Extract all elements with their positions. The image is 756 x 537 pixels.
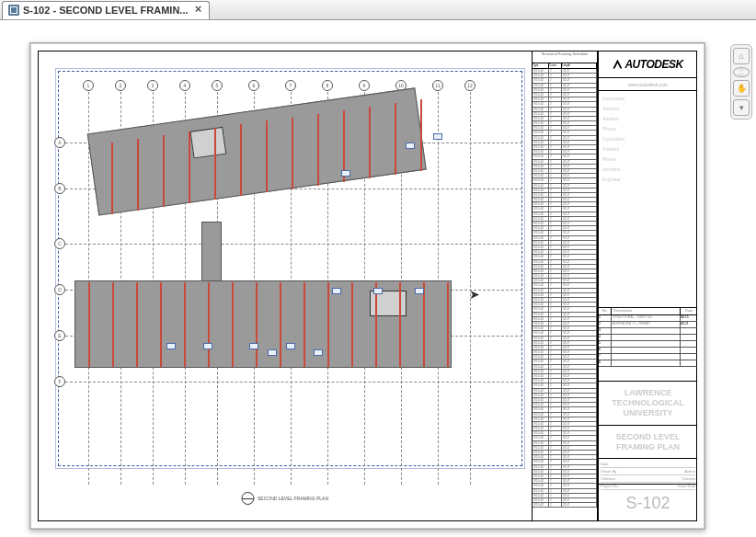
joist[interactable] <box>327 282 329 367</box>
sheet-title-block: SECOND LEVEL FRAMING PLAN <box>599 426 697 459</box>
beam-tag[interactable] <box>268 349 277 356</box>
consultant-line: Architect <box>602 166 693 173</box>
joist[interactable] <box>112 282 114 367</box>
logo: AUTODESK <box>599 51 697 78</box>
joist[interactable] <box>160 282 162 367</box>
beam-tag[interactable] <box>415 288 424 294</box>
joist[interactable] <box>280 282 281 367</box>
beam-tag[interactable] <box>314 349 323 356</box>
revision-row: 4 <box>599 335 697 341</box>
home-button[interactable]: ⌂ <box>733 48 750 64</box>
joist[interactable] <box>256 282 258 367</box>
schedule-row[interactable]: W12x26230'-0" <box>533 503 597 508</box>
viewport[interactable]: 123456789101112ABCDEF SECOND LEVEL FRAMI… <box>38 51 532 521</box>
view-title-text: SECOND LEVEL FRAMING PLAN <box>258 496 328 501</box>
cursor-icon: ➤ <box>469 287 480 302</box>
joist[interactable] <box>208 282 210 367</box>
consultant-line: Consultant <box>602 135 693 143</box>
joist[interactable] <box>137 139 139 211</box>
sheet: AUTODESK www.autodesk.com ConsultantAddr… <box>29 42 705 530</box>
joist[interactable] <box>369 107 371 178</box>
joist[interactable] <box>111 143 113 214</box>
joist[interactable] <box>317 114 319 186</box>
owner-line: TECHNOLOGICAL <box>612 398 684 408</box>
joist[interactable] <box>420 99 422 171</box>
revision-row: 6 <box>599 348 697 354</box>
meta-row: CheckedChecker <box>601 475 695 483</box>
joist[interactable] <box>214 128 216 200</box>
more-button[interactable]: ▾ <box>733 99 750 116</box>
rev-col-date: Date <box>681 308 697 314</box>
consultant-line: Address <box>602 105 693 112</box>
revision-row: 2ADDENDUM #1 - PERMIT06.21 <box>599 322 697 328</box>
revision-schedule: No.DescriptionDate 1STRUCTURAL - 100% CD… <box>599 308 697 382</box>
pan-button[interactable]: ✋ <box>733 80 750 97</box>
view-title[interactable]: SECOND LEVEL FRAMING PLAN <box>241 492 328 505</box>
joists <box>38 51 532 521</box>
revision-row: 5 <box>599 341 697 348</box>
joist[interactable] <box>399 282 401 367</box>
revision-row: 1STRUCTURAL - 100% CDs06.15 <box>599 315 697 322</box>
steering-wheel-button[interactable] <box>733 67 750 77</box>
drawing-canvas[interactable]: AUTODESK www.autodesk.com ConsultantAddr… <box>0 20 756 537</box>
sheet-number: S-102 <box>599 485 697 521</box>
joist[interactable] <box>423 282 425 367</box>
joist[interactable] <box>292 118 293 189</box>
joist[interactable] <box>304 282 305 367</box>
tab-bar: S-102 - SECOND LEVEL FRAMIN... × <box>0 0 756 20</box>
beam-tag[interactable] <box>341 170 350 177</box>
joist[interactable] <box>395 103 396 175</box>
owner-line: UNIVERSITY <box>623 408 672 418</box>
owner-line: LAWRENCE <box>624 388 672 398</box>
beam-tag[interactable] <box>166 343 176 349</box>
meta-row: Drawn ByAuthor <box>601 468 695 475</box>
consultant-line: Address <box>602 145 693 153</box>
consultant-line: Address <box>602 115 693 122</box>
beam-tag[interactable] <box>406 143 415 149</box>
beam-tag[interactable] <box>373 288 383 294</box>
joist[interactable] <box>189 131 190 203</box>
beam-tag[interactable] <box>332 288 341 294</box>
consultant-line: Phone <box>602 155 693 163</box>
revision-row: 8 <box>599 360 697 367</box>
sheet-meta: DateDrawn ByAuthorCheckedCheckerProject … <box>599 459 697 485</box>
rev-col-desc: Description <box>612 308 681 314</box>
meta-row: Date <box>601 461 695 468</box>
consultant-line: Phone <box>602 125 693 132</box>
revision-row: 7 <box>599 354 697 360</box>
framing-schedule[interactable]: Structural Framing Schedule TypeCountLen… <box>532 51 598 521</box>
consultant-line: Engineer <box>602 176 693 183</box>
sheet-title-line: SECOND LEVEL <box>615 432 680 442</box>
joist[interactable] <box>240 124 242 196</box>
navigation-bar: ⌂ ✋ ▾ <box>730 44 752 120</box>
schedule-title: Structural Framing Schedule <box>533 51 597 63</box>
consultant-block: ConsultantAddressAddressPhoneConsultantA… <box>599 91 697 308</box>
joist[interactable] <box>163 135 165 207</box>
tab-title: S-102 - SECOND LEVEL FRAMIN... <box>23 5 189 16</box>
beam-tag[interactable] <box>286 343 295 349</box>
beam-tag[interactable] <box>249 343 258 349</box>
joist[interactable] <box>232 282 234 367</box>
sheet-icon <box>8 5 19 16</box>
joist[interactable] <box>447 282 449 367</box>
joist[interactable] <box>184 282 186 367</box>
joist[interactable] <box>375 282 377 367</box>
sheet-title-line: FRAMING PLAN <box>616 442 680 452</box>
active-tab[interactable]: S-102 - SECOND LEVEL FRAMIN... × <box>2 1 210 19</box>
joist[interactable] <box>136 282 138 367</box>
revision-row: 3 <box>599 328 697 335</box>
owner-block: LAWRENCE TECHNOLOGICAL UNIVERSITY <box>599 382 697 426</box>
joist[interactable] <box>351 282 353 367</box>
title-block: AUTODESK www.autodesk.com ConsultantAddr… <box>598 51 697 521</box>
joist[interactable] <box>88 282 90 367</box>
joist[interactable] <box>266 120 268 192</box>
beam-tag[interactable] <box>433 133 442 140</box>
beam-tag[interactable] <box>203 343 212 349</box>
rev-col-no: No. <box>599 308 612 314</box>
consultant-line: Consultant <box>602 95 693 102</box>
tab-close-button[interactable]: × <box>192 4 205 17</box>
view-title-bubble <box>241 492 254 505</box>
logo-url: www.autodesk.com <box>599 78 697 91</box>
